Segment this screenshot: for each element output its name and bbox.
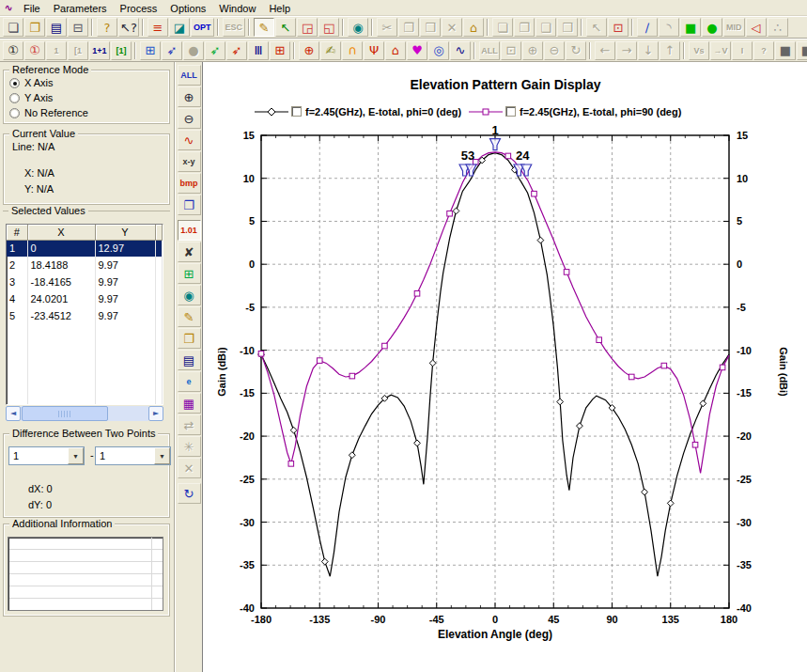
run-simulation-button[interactable]: ➶ bbox=[162, 41, 182, 60]
draw-pencil-button[interactable]: ✎ bbox=[254, 18, 274, 37]
menu-help[interactable]: Help bbox=[262, 1, 297, 15]
table-row-empty[interactable] bbox=[7, 324, 163, 341]
show-hide-curves-button[interactable]: ◉ bbox=[178, 285, 201, 305]
menu-options[interactable]: Options bbox=[163, 1, 212, 15]
run-options-button[interactable]: ➶ bbox=[226, 41, 247, 60]
chevron-down-icon[interactable]: ▼ bbox=[68, 447, 84, 464]
data-table-button[interactable]: ⊞ bbox=[178, 263, 201, 284]
draw-arc-button[interactable]: ◝ bbox=[659, 18, 679, 37]
export-bmp-button[interactable]: bmp bbox=[178, 173, 201, 194]
dot-array-button[interactable]: ∴ bbox=[768, 18, 788, 37]
table-row-empty[interactable] bbox=[7, 375, 163, 392]
ex-plot-button[interactable]: ∿ bbox=[450, 41, 471, 60]
mesh-view-button[interactable]: ⊞ bbox=[140, 41, 161, 60]
draw-polygon-button[interactable]: ◁ bbox=[746, 18, 767, 37]
metal-layers-button[interactable]: ≡ bbox=[147, 18, 168, 37]
open-file-button[interactable]: ❐ bbox=[24, 18, 45, 37]
plot-options-button[interactable]: ✘ bbox=[178, 242, 201, 262]
save-plot-button[interactable]: ▤ bbox=[178, 350, 201, 370]
drag-layer-1-button[interactable]: ① bbox=[24, 41, 45, 60]
column-header[interactable]: X bbox=[27, 225, 95, 240]
zoom-out-plot-button[interactable]: ⊖ bbox=[178, 108, 201, 129]
zoom-all-plot-button[interactable]: ALL bbox=[178, 65, 201, 86]
edit-plot-button[interactable]: ✎ bbox=[178, 306, 201, 327]
copy-plot-button[interactable]: ❐ bbox=[178, 195, 201, 215]
dark-tool-1-button[interactable]: ■ bbox=[775, 41, 796, 60]
table-cell bbox=[7, 341, 27, 358]
radio-button-icon[interactable] bbox=[9, 93, 20, 103]
additional-info-list[interactable] bbox=[8, 537, 163, 611]
menu-parameters[interactable]: Parameters bbox=[47, 1, 114, 15]
scroll-right-arrow-icon[interactable]: ► bbox=[148, 406, 163, 421]
zoom-in-plot-button[interactable]: ⊕ bbox=[178, 86, 201, 107]
print-button[interactable]: ⊟ bbox=[68, 18, 88, 37]
s-parameter-table-button[interactable]: ⊞ bbox=[270, 41, 290, 60]
scale-axes-button[interactable]: ∿ bbox=[178, 130, 201, 150]
redraw-button: ↻ bbox=[566, 41, 586, 60]
sheet-1-button[interactable]: [1] bbox=[111, 41, 132, 60]
lock-layer-button[interactable]: ⌂ bbox=[463, 18, 484, 37]
select-polygon-button[interactable]: ◲ bbox=[297, 18, 318, 37]
refresh-plot-button[interactable]: ↻ bbox=[178, 483, 201, 504]
current-distribution-button[interactable]: Ⅲ bbox=[248, 41, 269, 60]
export-web-button[interactable]: e bbox=[178, 371, 201, 392]
radio-y-axis[interactable]: Y Axis bbox=[4, 90, 169, 105]
select-group-button[interactable]: ◱ bbox=[318, 18, 339, 37]
antenna-pattern-button[interactable]: Ψ bbox=[364, 41, 384, 60]
selected-values-table[interactable]: #XY 1012.97218.41889.973-18.41659.97424.… bbox=[6, 224, 163, 405]
pattern-display-button[interactable]: ⌂ bbox=[385, 41, 406, 60]
select-layer-1-button[interactable]: ① bbox=[3, 41, 23, 60]
point-b-select[interactable]: 1 ▼ bbox=[95, 446, 171, 465]
port-setup-button[interactable]: ⊕ bbox=[299, 41, 319, 60]
radiation-arc-button[interactable]: ∩ bbox=[342, 41, 363, 60]
table-row-empty[interactable] bbox=[7, 392, 163, 405]
table-row[interactable]: 5-23.45129.97 bbox=[7, 307, 163, 324]
scrollbar-thumb[interactable] bbox=[22, 406, 108, 421]
new-file-button[interactable]: ❏ bbox=[3, 18, 23, 37]
point-a-select[interactable]: 1 ▼ bbox=[8, 446, 85, 465]
column-header[interactable] bbox=[155, 225, 163, 240]
marker-values-button[interactable]: 1.01 bbox=[178, 220, 201, 241]
draw-line-button[interactable]: ∕ bbox=[637, 18, 658, 37]
column-header[interactable]: Y bbox=[95, 225, 155, 240]
menu-window[interactable]: Window bbox=[212, 1, 262, 15]
column-header[interactable]: # bbox=[7, 225, 27, 240]
run-fast-button[interactable]: ➶ bbox=[205, 41, 225, 60]
table-row[interactable]: 424.02019.97 bbox=[7, 290, 163, 307]
menu-file[interactable]: File bbox=[17, 1, 47, 15]
dark-tool-2-button[interactable]: ■ bbox=[797, 41, 807, 60]
layer-stack-button[interactable]: ◪ bbox=[169, 18, 190, 37]
save-file-button[interactable]: ▤ bbox=[46, 18, 67, 37]
table-row-empty[interactable] bbox=[7, 341, 163, 358]
curve-tools-button[interactable]: x-y bbox=[178, 151, 201, 172]
open-plot-button[interactable]: ❐ bbox=[178, 328, 201, 349]
optimize-button[interactable]: OPT bbox=[191, 18, 214, 37]
chevron-down-icon[interactable]: ▼ bbox=[154, 447, 170, 464]
radio-x-axis[interactable]: X Axis bbox=[4, 75, 169, 90]
scroll-left-arrow-icon[interactable]: ◄ bbox=[6, 406, 21, 421]
table-row-empty[interactable] bbox=[7, 358, 163, 375]
y-tick-label-right: -15 bbox=[737, 387, 752, 399]
export-image-button[interactable]: ▦ bbox=[178, 393, 201, 414]
select-arrow-button[interactable]: ↖ bbox=[275, 18, 296, 37]
pattern-2d-button[interactable]: ◎ bbox=[428, 41, 449, 60]
view-visible-button[interactable]: ◉ bbox=[348, 18, 368, 37]
zoom-window-icon: ⊡ bbox=[506, 44, 517, 56]
merge-1-plus-1-button[interactable]: 1+1 bbox=[89, 41, 110, 60]
table-row[interactable]: 1012.97 bbox=[7, 240, 163, 257]
menu-process[interactable]: Process bbox=[114, 1, 164, 15]
draw-rectangle-button[interactable]: ■ bbox=[680, 18, 701, 37]
radio-button-icon[interactable] bbox=[9, 108, 20, 118]
help-button[interactable]: ? bbox=[97, 18, 117, 37]
draw-circle-button[interactable]: ● bbox=[702, 18, 722, 37]
radio-button-icon[interactable] bbox=[9, 78, 20, 88]
pattern-3d-button[interactable]: ♥ bbox=[407, 41, 427, 60]
table-row[interactable]: 3-18.41659.97 bbox=[7, 273, 163, 290]
vertex-edit-button[interactable]: ⊡ bbox=[608, 18, 629, 37]
radio-no-reference[interactable]: No Reference bbox=[4, 105, 169, 120]
table-row[interactable]: 218.41889.97 bbox=[7, 257, 163, 273]
context-help-button[interactable]: ↖? bbox=[118, 18, 139, 37]
table-horizontal-scrollbar[interactable]: ◄ ► bbox=[6, 406, 163, 421]
notes-editor-button[interactable]: ✍ bbox=[320, 41, 341, 60]
scrollbar-track[interactable] bbox=[21, 406, 148, 421]
